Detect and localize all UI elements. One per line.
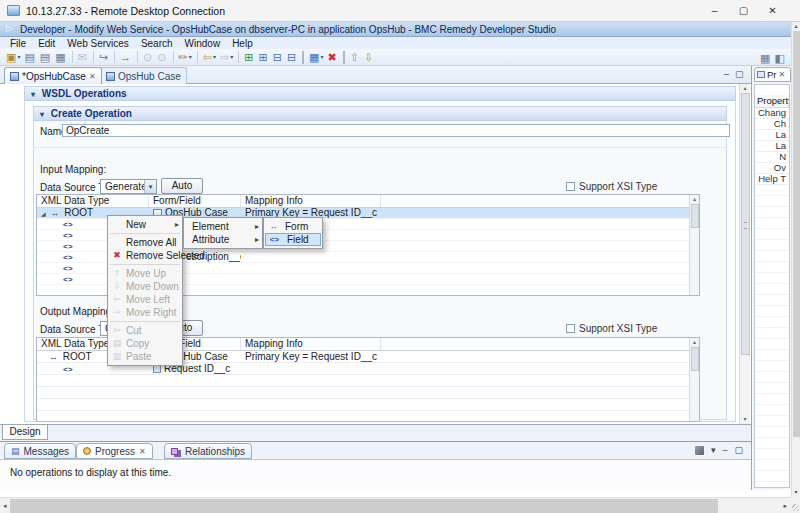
save-all-button[interactable]: ▤ (39, 50, 52, 64)
table-row-empty[interactable] (37, 375, 699, 387)
open-perspective-button[interactable]: ▦ (759, 51, 771, 65)
column-header[interactable]: Mapping Info (241, 338, 381, 350)
view-action-icon[interactable] (695, 446, 704, 455)
run-export-button[interactable]: → (119, 50, 133, 64)
chevron-down-icon[interactable]: ▾ (144, 180, 156, 193)
maximize-view-icon[interactable]: ▢ (735, 69, 744, 79)
maximize-button[interactable]: ▢ (729, 0, 758, 21)
table-row-empty[interactable] (37, 399, 699, 411)
table-scrollbar[interactable]: ▴ (689, 338, 699, 421)
scroll-right-icon[interactable]: ▸ (783, 502, 787, 510)
expand-all-button[interactable]: ⊞ (243, 50, 255, 64)
menu-item-attribute[interactable]: Attribute ▸ (184, 233, 262, 246)
show-fields-button[interactable]: ▦▾ (308, 50, 324, 64)
editor-tab-form[interactable]: OpsHub Case (100, 67, 187, 84)
move-down-button[interactable]: ⇩ (363, 50, 375, 64)
move-up-button[interactable]: ⇧ (349, 50, 361, 64)
property-row[interactable]: Ch (755, 119, 789, 130)
maximize-view-icon[interactable]: ▢ (734, 445, 743, 455)
property-row[interactable]: N (755, 152, 789, 163)
menu-help[interactable]: Help (226, 38, 259, 49)
menu-item-remove-selected[interactable]: ✖ Remove Selected (108, 249, 182, 262)
close-button[interactable]: ✕ (758, 0, 787, 21)
tab-design[interactable]: Design (2, 425, 48, 440)
close-icon[interactable]: ✕ (139, 447, 146, 456)
property-row[interactable]: Ov (755, 163, 789, 174)
view-menu-icon[interactable]: ▾ (711, 445, 716, 455)
menu-window[interactable]: Window (179, 38, 227, 49)
resize-grip[interactable] (791, 497, 800, 513)
menu-item-form[interactable]: ↔ Form (264, 220, 322, 233)
property-row[interactable]: La (755, 141, 789, 152)
create-operation-header[interactable]: ▾ Create Operation (33, 106, 727, 121)
tab-messages[interactable]: ▤ Messages (4, 443, 76, 459)
wsdl-operations-header[interactable]: ▾ WSDL Operations (24, 86, 736, 101)
print-button[interactable]: ▦ (54, 50, 67, 64)
operation-name-input[interactable]: OpCreate (62, 124, 730, 137)
menu-item-field[interactable]: < > Field (265, 233, 321, 246)
perspective-partial-button[interactable]: ◧ (773, 51, 785, 65)
menu-item-new[interactable]: New ▸ (108, 218, 182, 231)
back-button[interactable]: ⇦▾ (202, 50, 217, 64)
scroll-up-icon[interactable]: ▴ (792, 22, 800, 31)
collapse-icon[interactable]: ▾ (40, 110, 44, 119)
menu-web-services[interactable]: Web Services (61, 38, 135, 49)
tab-progress[interactable]: Progress ✕ (76, 443, 153, 459)
scroll-down-icon[interactable]: ▾ (740, 415, 750, 424)
property-row[interactable]: La (755, 130, 789, 141)
import-button[interactable]: ↪ (98, 50, 110, 64)
property-column-header[interactable]: Property (755, 95, 789, 108)
tab-properties[interactable]: Pr ✕ (754, 67, 791, 82)
menu-item-element[interactable]: Element ▸ (184, 220, 262, 233)
editor-tab-web-service[interactable]: *OpsHubCase ✕ (4, 67, 102, 84)
collapse-all-button[interactable]: ⊟ (286, 50, 298, 64)
support-xsi-checkbox[interactable] (566, 324, 575, 333)
editor-scrollbar[interactable]: ▴ ▾ (739, 84, 750, 424)
scroll-down-icon[interactable]: ▾ (792, 488, 800, 497)
minimize-button[interactable]: – (700, 0, 729, 21)
scroll-left-icon[interactable]: ◂ (3, 502, 7, 510)
property-row[interactable]: Chang (755, 108, 789, 119)
scrollbar-thumb[interactable] (691, 204, 699, 228)
close-icon[interactable]: ✕ (89, 72, 96, 81)
collapse-button[interactable]: ⊟ (272, 50, 284, 64)
tree-expander-icon[interactable]: ◢ (41, 211, 46, 217)
table-scrollbar[interactable]: ▴ (689, 195, 699, 295)
scroll-up-icon[interactable]: ▴ (690, 338, 699, 346)
scrollbar-thumb[interactable] (10, 499, 718, 513)
expand-button[interactable]: ⊞ (257, 50, 269, 64)
launch-wand-button[interactable]: ✏▾ (178, 50, 193, 64)
property-row[interactable]: Help T (755, 174, 789, 185)
tab-relationships[interactable]: Relationships (164, 443, 252, 459)
support-xsi-checkbox[interactable] (566, 182, 575, 191)
scroll-up-icon[interactable]: ▴ (690, 195, 699, 203)
scrollbar-thumb[interactable] (793, 31, 800, 437)
column-header[interactable]: XML Data Type (37, 195, 149, 207)
table-row-empty[interactable] (37, 411, 699, 422)
column-header[interactable]: Form/Field (149, 195, 241, 207)
close-icon[interactable]: ✕ (779, 70, 786, 79)
data-source-type-select[interactable]: Generated ▾ (100, 179, 157, 194)
checkin-button[interactable]: ✉ (77, 50, 89, 64)
rdp-horizontal-scrollbar[interactable]: ◂ ▸ (0, 497, 791, 513)
forward-button[interactable]: ⇨▾ (219, 50, 234, 64)
menu-file[interactable]: File (4, 38, 32, 49)
new-object-button[interactable]: ▣▾ (5, 50, 21, 64)
menu-edit[interactable]: Edit (32, 38, 61, 49)
minimize-view-icon[interactable]: – (724, 69, 729, 79)
column-header[interactable]: Mapping Info (241, 195, 381, 207)
minimize-view-icon[interactable]: – (722, 445, 727, 455)
menu-item-remove-all[interactable]: Remove All (108, 236, 182, 249)
table-row-empty[interactable] (37, 387, 699, 399)
menu-search[interactable]: Search (135, 38, 179, 49)
collapse-icon[interactable]: ▾ (31, 90, 35, 99)
search-button[interactable]: ⊙ (142, 50, 154, 64)
delete-button[interactable]: ✖ (327, 50, 339, 64)
save-button[interactable]: ▤ (23, 50, 36, 64)
scroll-up-icon[interactable]: ▴ (740, 84, 750, 93)
auto-map-button[interactable]: Auto Map (161, 178, 203, 194)
rdp-vertical-scrollbar[interactable]: ▴ ▾ (791, 22, 800, 497)
scrollbar-thumb[interactable] (741, 93, 750, 355)
search-replace-button[interactable]: ⊙ (156, 50, 168, 64)
scrollbar-thumb[interactable] (691, 347, 699, 371)
